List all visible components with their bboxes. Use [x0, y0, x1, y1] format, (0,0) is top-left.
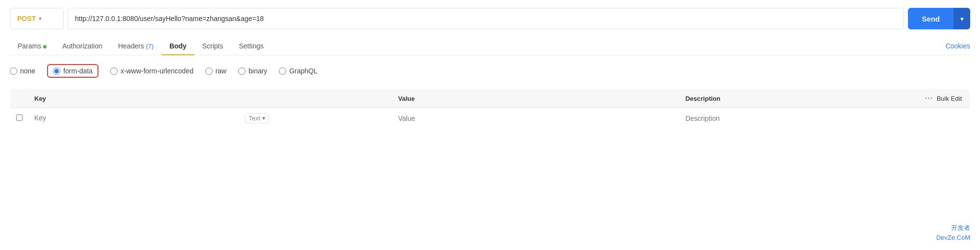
radio-urlencoded[interactable]: x-www-form-urlencoded [110, 67, 194, 75]
params-dot [43, 45, 47, 48]
radio-raw-label: raw [216, 67, 227, 75]
col-bulk: ··· Bulk Edit [917, 89, 970, 108]
watermark-line2: DevZe.CoM [936, 233, 970, 243]
url-bar-row: POST ▾ Send ▾ [10, 8, 970, 29]
text-type-dropdown[interactable]: Text ▾ [245, 113, 269, 123]
tab-authorization[interactable]: Authorization [54, 37, 110, 55]
send-button-group: Send ▾ [908, 8, 970, 29]
watermark: 开发者 DevZe.CoM [936, 223, 970, 242]
table-row: Text ▾ [10, 108, 970, 129]
send-button[interactable]: Send [908, 8, 954, 29]
value-input[interactable] [398, 114, 670, 122]
radio-urlencoded-input[interactable] [110, 68, 118, 75]
params-table: Key Value Description ··· Bulk Edit [10, 89, 970, 129]
url-input[interactable] [75, 15, 897, 23]
radio-form-data[interactable]: form-data [47, 64, 98, 78]
text-type-chevron: ▾ [262, 114, 266, 122]
radio-graphql-label: GraphQL [289, 67, 318, 75]
method-label: POST [17, 15, 36, 23]
radio-binary-input[interactable] [238, 68, 245, 75]
radio-binary-label: binary [248, 67, 267, 75]
radio-graphql-input[interactable] [279, 68, 286, 75]
bulk-edit-area: ··· Bulk Edit [925, 94, 962, 103]
row-checkbox[interactable] [16, 114, 23, 121]
text-type-label: Text [248, 114, 260, 122]
bulk-dots-icon[interactable]: ··· [925, 94, 932, 103]
table-header-row: Key Value Description ··· Bulk Edit [10, 89, 970, 108]
tab-scripts[interactable]: Scripts [195, 37, 231, 55]
tab-scripts-label: Scripts [202, 42, 223, 50]
col-description: Description [678, 89, 917, 108]
row-key-cell: Text ▾ [26, 108, 391, 129]
radio-none-label: none [20, 67, 35, 75]
col-value: Value [391, 89, 678, 108]
row-actions-cell [917, 108, 970, 129]
row-value-cell [391, 108, 678, 129]
method-chevron-icon: ▾ [39, 15, 42, 22]
body-type-row: none form-data x-www-form-urlencoded raw… [10, 62, 970, 80]
tab-headers[interactable]: Headers (7) [110, 37, 162, 55]
cookies-link[interactable]: Cookies [945, 37, 970, 55]
tab-settings-label: Settings [239, 42, 264, 50]
row-desc-cell [678, 108, 917, 129]
tab-body-label: Body [170, 42, 187, 50]
tab-body[interactable]: Body [162, 37, 195, 55]
send-chevron-button[interactable]: ▾ [954, 8, 970, 29]
method-selector[interactable]: POST ▾ [10, 8, 64, 29]
col-checkbox [10, 89, 27, 108]
radio-form-data-input[interactable] [53, 68, 60, 75]
tabs-row: Params Authorization Headers (7) Body Sc… [10, 37, 970, 55]
bulk-edit-label[interactable]: Bulk Edit [937, 95, 962, 102]
headers-badge: (7) [146, 43, 154, 50]
key-input[interactable] [34, 114, 243, 122]
radio-graphql[interactable]: GraphQL [279, 67, 318, 75]
url-input-wrapper [68, 8, 904, 29]
col-key: Key [26, 89, 391, 108]
tab-params[interactable]: Params [10, 37, 54, 55]
main-container: POST ▾ Send ▾ Params Authorization Heade… [0, 0, 980, 250]
radio-none-input[interactable] [10, 68, 17, 75]
radio-none[interactable]: none [10, 67, 35, 75]
radio-urlencoded-label: x-www-form-urlencoded [121, 67, 194, 75]
tab-headers-label: Headers [118, 42, 146, 50]
tab-params-label: Params [18, 42, 41, 50]
tab-settings[interactable]: Settings [231, 37, 271, 55]
tab-authorization-label: Authorization [62, 42, 102, 50]
watermark-line1: 开发者 [936, 223, 970, 233]
radio-raw-input[interactable] [205, 68, 213, 75]
radio-form-data-label: form-data [63, 67, 93, 75]
row-checkbox-cell [10, 108, 27, 129]
description-input[interactable] [686, 114, 909, 122]
radio-binary[interactable]: binary [238, 67, 267, 75]
radio-raw[interactable]: raw [205, 67, 227, 75]
